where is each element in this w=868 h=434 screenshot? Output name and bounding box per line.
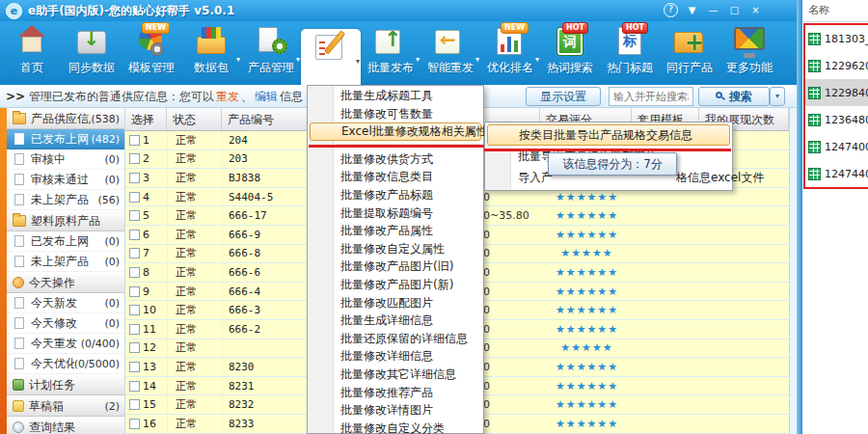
row-checkbox[interactable]	[129, 399, 140, 410]
row-checkbox[interactable]	[129, 248, 140, 258]
menu-item[interactable]: 批量修改产品图片(新)	[308, 276, 483, 294]
row-checkbox[interactable]	[129, 286, 140, 297]
search-button[interactable]: 搜索	[698, 87, 770, 106]
toolbar-button[interactable]: 同行产品	[660, 21, 719, 85]
column-header-select[interactable]: 选择	[125, 108, 167, 130]
toolbar-button[interactable]: HOT 热词搜索	[540, 21, 600, 85]
row-checkbox[interactable]	[129, 381, 140, 392]
file-list-item[interactable]: 122962013_	[805, 52, 868, 79]
sidebar-item[interactable]: 产品供应信息 (538)	[7, 108, 124, 129]
row-checkbox[interactable]	[129, 192, 140, 203]
row-checkbox[interactable]	[129, 419, 140, 429]
sidebar-item[interactable]: 审核未通过 (0)	[7, 170, 124, 190]
chevron-down-icon[interactable]: ▾	[535, 55, 539, 64]
toolbar-button[interactable]: NEW 模板管理	[122, 21, 181, 85]
menu-item[interactable]: 批量还原保留的详细信息	[308, 330, 483, 348]
search-input[interactable]	[609, 87, 693, 106]
sidebar-item[interactable]: 今天重发 (0/400)	[7, 334, 124, 354]
chevron-down-icon[interactable]: ▾	[416, 55, 420, 64]
sidebar-item[interactable]: 今天新发 (0)	[7, 293, 124, 313]
sidebar-item[interactable]: 审核中 (0)	[7, 149, 124, 170]
menu-item[interactable]: 批量修改可售数量	[308, 105, 483, 123]
row-checkbox[interactable]	[129, 362, 140, 372]
sidebar-item[interactable]: 查询结果	[7, 417, 124, 434]
sidebar-item[interactable]: 已发布上网 (482)	[7, 129, 124, 149]
submenu-item-export-by-category[interactable]: 按类目批量导出产品规格交易信息	[487, 124, 730, 146]
toolbar-button[interactable]: ▾	[301, 29, 361, 91]
toolbar-button[interactable]: 批量发布 ▾	[361, 21, 420, 85]
file-name: 124740032_	[825, 141, 868, 153]
toolbar-button[interactable]: 数据包 ▾	[181, 21, 241, 85]
sidebar-item[interactable]: 未上架产品 (56)	[7, 190, 124, 210]
help-icon[interactable]: ?	[664, 3, 678, 17]
row-product-code: 8231	[223, 377, 319, 395]
menu-item[interactable]: 批量修改其它详细信息	[308, 366, 483, 384]
maximize-icon[interactable]: □	[727, 3, 742, 17]
excel-file-icon	[808, 60, 821, 72]
menu-item[interactable]: 批量修改产品属性	[308, 222, 483, 240]
file-list-item[interactable]: 124740032_	[805, 133, 868, 160]
menu-item[interactable]: 批量修改自定义分类	[308, 420, 483, 434]
row-checkbox[interactable]	[129, 267, 140, 278]
menu-item[interactable]: 批量修改自定义属性	[308, 240, 483, 258]
row-checkbox[interactable]	[129, 342, 140, 353]
sidebar-item[interactable]: 草稿箱 (2)	[7, 395, 124, 417]
row-checkbox[interactable]	[129, 135, 140, 146]
sidebar-item[interactable]: 今天优化 (0/5000)	[7, 354, 124, 374]
toolbar-button[interactable]: 更多功能	[719, 21, 779, 85]
edit-link[interactable]: 编辑	[255, 90, 278, 103]
minimize-icon[interactable]: —	[706, 3, 720, 17]
sidebar-item-label: 未上架产品	[31, 254, 89, 270]
menu-item[interactable]: 批量修改信息类目	[308, 168, 483, 186]
skin-icon[interactable]: ▼	[685, 3, 699, 17]
row-checkbox[interactable]	[129, 230, 140, 240]
menu-item[interactable]: 批量修改匹配图片	[308, 294, 483, 312]
file-name: 122962013_	[825, 60, 868, 72]
menu-item-label: 批量修改自定义分类	[340, 421, 445, 434]
row-checkbox[interactable]	[129, 305, 140, 315]
resend-link[interactable]: 重发	[216, 90, 239, 103]
toolbar-button[interactable]: 产品管理 ▾	[241, 21, 301, 85]
file-list-item[interactable]: 181303_批量	[805, 25, 868, 52]
menu-item[interactable]: 批量生成详细信息	[308, 312, 483, 330]
menu-item[interactable]: 批量修改详情图片	[308, 401, 483, 420]
chevron-down-icon[interactable]: ▾	[296, 55, 300, 64]
close-icon[interactable]: ×	[748, 3, 763, 17]
sidebar-item[interactable]: 今天操作	[7, 272, 124, 293]
row-checkbox[interactable]	[129, 210, 140, 221]
row-checkbox[interactable]	[129, 324, 140, 335]
toolbar-button[interactable]: NEW 优化排名 ▾	[480, 21, 540, 85]
column-header-status[interactable]: 状态	[167, 108, 222, 130]
toolbar-button[interactable]: 智能重发 ▾	[420, 21, 480, 85]
toolbar-button[interactable]: 首页	[2, 21, 62, 85]
sidebar-item-count: (0/5000)	[74, 358, 120, 370]
sidebar-item[interactable]: 未上架产品 (0)	[7, 252, 124, 272]
sidebar-item[interactable]: 已发布上网 (0)	[7, 231, 124, 252]
row-checkbox[interactable]	[129, 153, 140, 164]
row-number: 16	[143, 418, 156, 430]
toolbar-button[interactable]: 同步数据	[62, 21, 122, 85]
row-checkbox[interactable]	[129, 173, 140, 183]
chevron-down-icon[interactable]: ▾	[356, 57, 360, 66]
menu-item[interactable]: Excel批量修改规格相关属性 ▶	[310, 122, 481, 141]
chevron-down-icon[interactable]: ▾	[475, 55, 479, 64]
search-options-arrow[interactable]: ▾	[770, 87, 785, 106]
file-list-item[interactable]: 122984008_	[805, 79, 868, 106]
menu-item[interactable]: 批量修改产品图片(旧)	[308, 258, 483, 276]
chevron-down-icon[interactable]: ▾	[236, 55, 240, 64]
sidebar-item[interactable]: 塑料原料产品	[7, 210, 124, 231]
menu-item[interactable]: 批量提取标题编号	[308, 204, 483, 223]
sidebar-item[interactable]: 今天修改 (0)	[7, 313, 124, 334]
sidebar-item[interactable]: 计划任务	[7, 374, 124, 395]
menu-item[interactable]: 批量修改产品标题	[308, 186, 483, 204]
display-settings-button[interactable]: 显示设置	[526, 87, 601, 106]
menu-item[interactable]: 批量生成标题工具	[308, 87, 483, 105]
column-header-code[interactable]: 产品编号	[222, 108, 318, 130]
app-logo-icon: e	[6, 3, 22, 19]
menu-item[interactable]: 批量修改供货方式	[308, 150, 483, 169]
menu-item[interactable]: 批量修改推荐产品	[308, 384, 483, 402]
file-list-item[interactable]: 124744034_	[805, 160, 868, 187]
menu-item[interactable]: 批量修改详细信息	[308, 347, 483, 366]
file-list-item[interactable]: 123648007_	[805, 106, 868, 133]
toolbar-button[interactable]: HOT 热门标题	[600, 21, 660, 85]
